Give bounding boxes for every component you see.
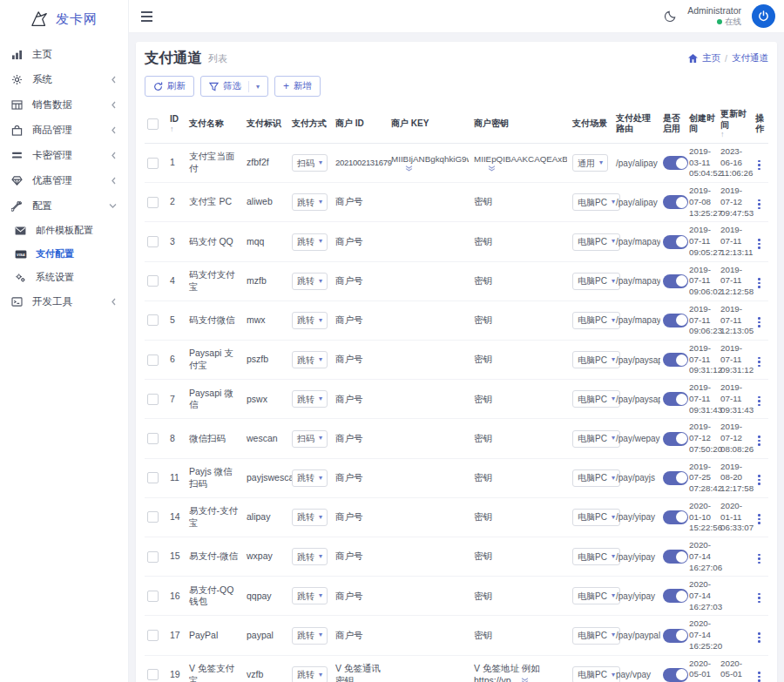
enable-toggle[interactable] (663, 314, 688, 327)
enable-toggle[interactable] (663, 156, 688, 170)
row-checkbox[interactable] (147, 630, 159, 641)
scene-select[interactable]: 通用▾ (572, 154, 608, 172)
row-checkbox[interactable] (147, 355, 159, 366)
sidebar-item-system[interactable]: 系统 (0, 67, 128, 92)
row-actions-kebab-icon[interactable] (755, 314, 763, 330)
chevron-down-icon: ▾ (319, 355, 322, 364)
scene-select[interactable]: 电脑PC▾ (572, 587, 620, 604)
expand-secret-icon[interactable] (391, 165, 413, 172)
avatar[interactable] (752, 4, 775, 28)
enable-toggle[interactable] (663, 589, 688, 603)
scene-select[interactable]: 电脑PC▾ (572, 233, 620, 251)
enable-toggle[interactable] (663, 668, 688, 682)
method-select[interactable]: 扫码▾ (292, 430, 328, 448)
row-actions-kebab-icon[interactable] (755, 591, 763, 606)
scene-select[interactable]: 电脑PC▾ (572, 193, 620, 211)
scene-select[interactable]: 电脑PC▾ (572, 273, 620, 290)
method-select[interactable]: 跳转▾ (292, 390, 328, 408)
method-select[interactable]: 跳转▾ (292, 351, 328, 368)
enable-toggle[interactable] (663, 629, 688, 643)
hamburger-menu-icon[interactable] (138, 8, 156, 25)
row-checkbox[interactable] (147, 472, 159, 483)
scene-select[interactable]: 电脑PC▾ (572, 548, 620, 565)
method-select[interactable]: 跳转▾ (292, 509, 328, 526)
user-menu[interactable]: Administrator 在线 (687, 5, 741, 27)
select-all-checkbox[interactable] (147, 118, 159, 130)
enable-toggle[interactable] (663, 392, 688, 406)
scene-select[interactable]: 电脑PC▾ (572, 666, 620, 682)
row-actions-kebab-icon[interactable] (755, 669, 763, 682)
row-actions-kebab-icon[interactable] (755, 355, 763, 370)
row-checkbox[interactable] (147, 669, 159, 680)
scene-select[interactable]: 电脑PC▾ (572, 509, 620, 526)
row-checkbox[interactable] (147, 275, 159, 287)
brand[interactable]: 发卡网 (0, 0, 128, 35)
row-checkbox[interactable] (147, 197, 159, 208)
enable-toggle[interactable] (663, 353, 688, 367)
enable-toggle[interactable] (663, 471, 688, 485)
row-checkbox[interactable] (147, 511, 159, 523)
sidebar-item-config[interactable]: 配置 (0, 193, 128, 219)
sidebar-item-product-manage[interactable]: 商品管理 (0, 118, 128, 143)
refresh-button[interactable]: 刷新 (145, 76, 194, 97)
dark-mode-moon-icon[interactable] (664, 10, 677, 23)
sort-arrow-icon[interactable]: ↑ (720, 131, 750, 138)
row-checkbox[interactable] (147, 236, 159, 247)
row-actions-kebab-icon[interactable] (755, 236, 763, 252)
scene-select[interactable]: 电脑PC▾ (572, 627, 620, 645)
row-actions-kebab-icon[interactable] (755, 433, 763, 449)
method-select[interactable]: 跳转▾ (292, 193, 328, 211)
scene-select[interactable]: 电脑PC▾ (572, 430, 620, 448)
row-checkbox[interactable] (147, 591, 159, 602)
row-checkbox[interactable] (147, 314, 159, 326)
enable-toggle[interactable] (663, 195, 688, 209)
scene-select[interactable]: 电脑PC▾ (572, 469, 620, 487)
row-actions-kebab-icon[interactable] (755, 158, 763, 173)
breadcrumb-current[interactable]: 支付通道 (732, 52, 768, 64)
add-button[interactable]: + 新增 (274, 76, 321, 97)
sidebar-item-dev-tools[interactable]: 开发工具 (0, 289, 128, 314)
expand-secret-icon[interactable] (474, 165, 496, 172)
sidebar-item-payment-config[interactable]: VISA支付配置 (0, 242, 128, 266)
row-actions-kebab-icon[interactable] (755, 472, 763, 488)
sidebar-item-card-manage[interactable]: 卡密管理 (0, 143, 128, 168)
enable-toggle[interactable] (663, 432, 688, 446)
enable-toggle[interactable] (663, 274, 688, 288)
method-select[interactable]: 跳转▾ (292, 548, 328, 565)
enable-toggle[interactable] (663, 235, 688, 249)
expand-secret-icon[interactable] (518, 678, 529, 682)
row-actions-kebab-icon[interactable] (755, 630, 763, 645)
row-checkbox[interactable] (147, 433, 159, 444)
method-select[interactable]: 跳转▾ (292, 587, 328, 604)
sort-arrow-icon[interactable]: ↑ (170, 125, 184, 133)
scene-select[interactable]: 电脑PC▾ (572, 312, 620, 329)
method-select[interactable]: 跳转▾ (292, 312, 328, 329)
method-select[interactable]: 跳转▾ (292, 627, 328, 645)
row-checkbox[interactable] (147, 551, 159, 563)
row-actions-kebab-icon[interactable] (755, 197, 763, 213)
scene-select[interactable]: 电脑PC▾ (572, 390, 620, 408)
enable-toggle[interactable] (663, 510, 688, 524)
scene-select-value: 电脑PC (578, 197, 607, 208)
method-select[interactable]: 跳转▾ (292, 233, 328, 251)
sidebar-item-promo-manage[interactable]: 优惠管理 (0, 168, 128, 193)
row-checkbox[interactable] (147, 394, 159, 405)
sidebar-item-home[interactable]: 主页 (0, 42, 128, 67)
sidebar-item-system-settings[interactable]: 系统设置 (0, 266, 128, 289)
scene-select[interactable]: 电脑PC▾ (572, 351, 620, 368)
row-actions-kebab-icon[interactable] (755, 394, 763, 409)
method-select[interactable]: 跳转▾ (292, 666, 328, 682)
enable-toggle[interactable] (663, 550, 688, 564)
envelope-icon (15, 225, 28, 236)
sidebar-item-mail-template-config[interactable]: 邮件模板配置 (0, 219, 128, 242)
sidebar-item-sales-data[interactable]: 销售数据 (0, 92, 128, 118)
method-select[interactable]: 跳转▾ (292, 273, 328, 290)
breadcrumb-home-link[interactable]: 主页 (702, 52, 720, 64)
method-select[interactable]: 扫码▾ (292, 154, 328, 172)
row-actions-kebab-icon[interactable] (755, 275, 763, 291)
row-actions-kebab-icon[interactable] (755, 511, 763, 527)
filter-button[interactable]: 筛选 ▾ (200, 76, 268, 97)
row-checkbox[interactable] (147, 158, 159, 169)
row-actions-kebab-icon[interactable] (755, 551, 763, 567)
method-select[interactable]: 跳转▾ (292, 469, 328, 487)
